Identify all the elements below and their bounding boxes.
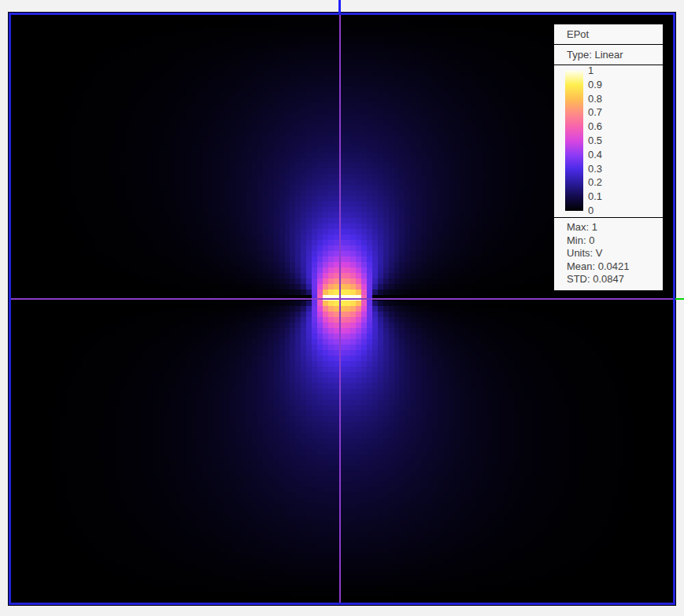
colorbar-tick-label: 0.5	[588, 135, 602, 146]
colorbar-tick-label: 0.2	[588, 177, 602, 188]
colorbar-tick-label: 0.8	[588, 94, 602, 105]
colorbar-tick-label: 0	[588, 205, 593, 216]
legend-stats: Max: 1 Min: 0 Units: V Mean: 0.0421 STD:…	[554, 218, 663, 290]
legend-panel: EPot Type: Linear 1 0.9 0.8 0.7 0.6 0.5 …	[553, 24, 664, 291]
colorbar-tick-label: 1	[588, 65, 593, 76]
stat-max: Max: 1	[567, 221, 660, 234]
field-plot-area: EPot Type: Linear 1 0.9 0.8 0.7 0.6 0.5 …	[11, 15, 673, 603]
stat-units: Units: V	[567, 247, 660, 260]
stat-std: STD: 0.0847	[567, 273, 660, 286]
field-plot-frame: EPot Type: Linear 1 0.9 0.8 0.7 0.6 0.5 …	[9, 13, 675, 605]
crosshair-vertical-line[interactable]	[339, 15, 341, 603]
crosshair-horizontal-line[interactable]	[11, 298, 673, 300]
colorbar-tick-labels: 1 0.9 0.8 0.7 0.6 0.5 0.4 0.3 0.2 0.1 0	[588, 71, 651, 211]
colorbar-tick-label: 0.3	[588, 164, 602, 175]
colorbar-gradient	[565, 71, 583, 211]
legend-title: EPot	[554, 24, 663, 45]
colorbar-section: 1 0.9 0.8 0.7 0.6 0.5 0.4 0.3 0.2 0.1 0	[554, 65, 663, 218]
colorbar-tick-label: 0.1	[588, 191, 602, 202]
colorbar-tick-label: 0.9	[588, 79, 602, 90]
crosshair-right-extension	[675, 298, 684, 300]
legend-scale-type: Type: Linear	[554, 45, 663, 65]
colorbar-tick-label: 0.4	[588, 149, 602, 160]
colorbar-tick-label: 0.7	[588, 107, 602, 118]
crosshair-top-extension	[338, 0, 341, 13]
stat-min: Min: 0	[567, 234, 660, 248]
stat-mean: Mean: 0.0421	[567, 260, 660, 274]
colorbar-tick-label: 0.6	[588, 121, 602, 132]
